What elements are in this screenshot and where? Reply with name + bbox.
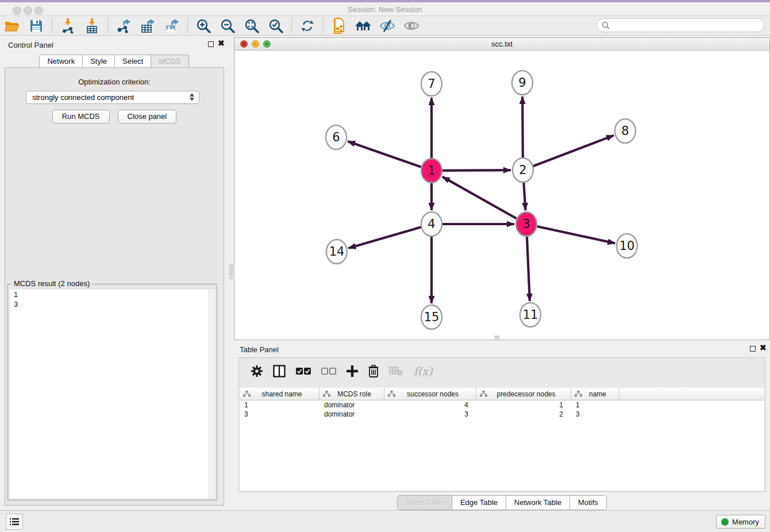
cell-successor-nodes[interactable]: 4 <box>384 400 476 410</box>
float-panel-icon[interactable] <box>208 41 214 47</box>
show-all-icon[interactable] <box>403 18 420 34</box>
tab-edge-table[interactable]: Edge Table <box>452 495 506 510</box>
hide-selected-icon[interactable] <box>379 18 396 34</box>
run-mcds-button[interactable]: Run MCDS <box>52 110 110 124</box>
import-network-icon[interactable] <box>59 18 76 34</box>
column-header-shared-name[interactable]: shared name <box>240 388 319 400</box>
edge-4-14[interactable] <box>348 224 432 248</box>
splitter-handle-icon[interactable] <box>229 264 233 279</box>
mcds-result-box: MCDS result (2 nodes) 13 <box>7 284 217 500</box>
mcds-result-title: MCDS result (2 nodes) <box>11 279 92 288</box>
node-label-4: 4 <box>428 217 435 231</box>
network-graph-canvas[interactable]: 7968124314101511 <box>234 51 769 340</box>
cell-name[interactable]: 3 <box>571 410 619 419</box>
edge-1-2[interactable] <box>432 170 511 171</box>
node-label-9: 9 <box>518 76 526 90</box>
result-scrollbar[interactable] <box>209 290 215 498</box>
export-network-icon[interactable] <box>115 18 132 34</box>
first-neighbors-icon[interactable] <box>355 18 372 34</box>
toolbar-separator <box>323 18 324 33</box>
mcds-result-item: 3 <box>10 299 215 309</box>
control-panel: Control Panel ✖ NetworkStyleSelectMCDS O… <box>0 36 228 510</box>
save-session-icon[interactable] <box>28 18 45 34</box>
search-input[interactable] <box>612 20 764 31</box>
memory-button[interactable]: Memory <box>716 515 765 529</box>
tab-motifs[interactable]: Motifs <box>570 495 607 510</box>
tab-select[interactable]: Select <box>115 55 151 68</box>
import-table-icon[interactable] <box>83 18 101 34</box>
search-icon <box>602 21 610 29</box>
cell-predecessor-nodes[interactable]: 2 <box>476 410 571 419</box>
column-header-name[interactable]: name <box>571 388 619 400</box>
node-label-8: 8 <box>621 124 629 138</box>
cell-successor-nodes[interactable]: 3 <box>384 410 476 419</box>
tab-network[interactable]: Network <box>39 55 83 68</box>
zoom-selected-icon[interactable] <box>267 18 284 34</box>
close-panel-icon[interactable]: ✖ <box>218 38 225 48</box>
tab-mcds[interactable]: MCDS <box>151 55 188 68</box>
close-panel-button[interactable]: Close panel <box>118 110 177 124</box>
zoom-out-icon[interactable] <box>219 18 236 34</box>
cell-predecessor-nodes[interactable]: 1 <box>476 400 571 410</box>
gear-icon[interactable] <box>251 365 263 377</box>
float-table-panel-icon[interactable] <box>750 346 756 352</box>
column-header-predecessor-nodes[interactable]: predecessor nodes <box>476 388 571 400</box>
criterion-select[interactable]: strongly connected component <box>26 91 199 104</box>
toolbar-separator <box>291 18 292 33</box>
zoom-in-icon[interactable] <box>195 18 212 34</box>
split-columns-icon[interactable] <box>273 365 286 377</box>
table-header-row: shared nameMCDS rolesuccessor nodesprede… <box>240 388 764 400</box>
edge-2-8[interactable] <box>523 136 614 170</box>
node-label-14: 14 <box>329 245 345 259</box>
node-label-11: 11 <box>523 308 538 322</box>
edge-1-6[interactable] <box>348 141 432 171</box>
delete-column-icon[interactable] <box>368 365 379 377</box>
export-table-icon[interactable] <box>139 18 156 34</box>
column-header-successor-nodes[interactable]: successor nodes <box>384 388 476 400</box>
edge-3-10[interactable] <box>526 224 615 244</box>
new-network-from-selection-icon[interactable] <box>330 18 348 34</box>
table-row[interactable]: 3dominator323 <box>240 410 764 419</box>
cell-shared-name[interactable]: 3 <box>240 410 319 419</box>
cell-MCDS-role[interactable]: dominator <box>319 400 384 410</box>
tab-node-table[interactable]: Node Table <box>397 495 452 510</box>
node-table[interactable]: shared nameMCDS rolesuccessor nodesprede… <box>240 388 764 491</box>
control-panel-tabs: NetworkStyleSelectMCDS <box>0 55 228 68</box>
add-column-icon[interactable] <box>346 365 358 377</box>
select-all-columns-icon[interactable] <box>296 368 311 375</box>
cell-name[interactable]: 1 <box>571 400 619 410</box>
close-table-panel-icon[interactable]: ✖ <box>760 343 767 352</box>
network-view-window: ✕ − + scc.txt 7968124314101511 <box>234 37 770 340</box>
node-label-15: 15 <box>424 310 440 324</box>
mcds-panel: Optimization criterion: strongly connect… <box>5 67 224 506</box>
network-hscroll-thumb[interactable] <box>494 336 499 339</box>
table-toolbar: f(x) <box>239 358 765 384</box>
zoom-fit-icon[interactable] <box>243 18 260 34</box>
status-bar: Memory <box>0 510 770 532</box>
toolbar-separator <box>187 18 188 33</box>
deselect-all-columns-icon[interactable] <box>321 368 336 375</box>
cell-shared-name[interactable]: 1 <box>240 400 319 410</box>
control-panel-title: Control Panel <box>8 41 53 49</box>
open-session-icon[interactable] <box>3 18 21 34</box>
tab-network-table[interactable]: Network Table <box>506 495 570 510</box>
optimization-criterion-label: Optimization criterion: <box>5 78 224 86</box>
network-window-title: scc.txt <box>234 40 769 48</box>
criterion-value: strongly connected component <box>32 93 134 102</box>
network-window-titlebar[interactable]: ✕ − + scc.txt <box>234 38 769 51</box>
attribute-hierarchy-icon <box>323 391 330 397</box>
edge-3-1[interactable] <box>442 177 526 224</box>
cell-MCDS-role[interactable]: dominator <box>319 410 384 419</box>
tab-style[interactable]: Style <box>83 55 115 68</box>
panel-splitter[interactable] <box>228 36 234 510</box>
table-row[interactable]: 1dominator411 <box>240 400 764 410</box>
mcds-result-list[interactable]: 13 <box>10 290 215 498</box>
window-title: Session: New Session <box>0 5 770 14</box>
export-image-icon[interactable] <box>163 18 180 34</box>
node-label-1: 1 <box>428 164 435 178</box>
task-history-button[interactable] <box>6 514 23 530</box>
apply-layout-icon[interactable] <box>299 18 316 34</box>
node-label-3: 3 <box>522 217 530 231</box>
search-field[interactable] <box>596 18 764 32</box>
column-header-MCDS-role[interactable]: MCDS role <box>319 388 384 400</box>
